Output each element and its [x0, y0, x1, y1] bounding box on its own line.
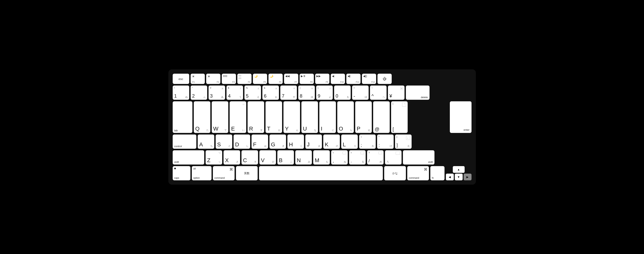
f6-icon: 🌙· [270, 74, 282, 78]
key-ro[interactable]: ろ [385, 150, 402, 165]
key-period[interactable]: > . る [349, 150, 366, 165]
key-g-kana: き [282, 144, 284, 148]
key-comma-kana: ね [344, 160, 346, 164]
key-arrow-left[interactable]: ◀ [446, 174, 454, 180]
key-h[interactable]: H く [288, 135, 304, 149]
key-w[interactable]: W て [212, 101, 228, 133]
key-f4[interactable]: ⁞⁞⁞⁞⁞⁞ F4 [237, 74, 252, 84]
key-i[interactable]: I に [319, 101, 336, 133]
key-m[interactable]: M も [313, 150, 330, 165]
key-f[interactable]: F は [252, 135, 268, 149]
key-f5[interactable]: 🌙· F5 [253, 74, 267, 84]
key-k[interactable]: K の [323, 135, 340, 149]
key-l[interactable]: L り [341, 135, 358, 149]
key-bracket-open[interactable]: { 「 [ [391, 101, 408, 133]
key-f6[interactable]: 🌙· F6 [268, 74, 283, 84]
key-c[interactable]: C そ [242, 150, 258, 165]
key-space[interactable] [259, 166, 383, 180]
key-bracket-open-dashed: 「 [402, 102, 406, 107]
key-f3[interactable]: ⊟⊟ F3 [222, 74, 236, 84]
key-j[interactable]: J ま [305, 135, 322, 149]
key-m-letter: M [315, 157, 319, 164]
f5-icon: 🌙· [254, 74, 266, 78]
key-kana[interactable]: かな [384, 166, 406, 180]
key-g[interactable]: G き [270, 135, 286, 149]
key-control[interactable]: control [173, 135, 196, 149]
key-semicolon[interactable]: + ; れ [359, 135, 376, 149]
key-1[interactable]: ! 1 ぬ [173, 85, 189, 100]
key-f10[interactable]: ◀ F10 [331, 74, 345, 84]
key-slash-main: / [368, 158, 370, 164]
key-bracket-close[interactable]: } 」 ] む [395, 135, 412, 149]
f2-icon: ☀ [207, 74, 219, 79]
key-e[interactable]: ぃ E い [230, 101, 246, 133]
key-f-kana: は [264, 144, 266, 148]
key-9[interactable]: ) ょ 9 よ [316, 85, 333, 100]
key-arrow-up[interactable]: ▲ [453, 166, 464, 173]
key-power[interactable]: ⏻ [378, 74, 392, 84]
key-period-dashed [360, 152, 364, 154]
f10-label: F10 [340, 81, 344, 83]
key-4[interactable]: $ ぅ 4 う [226, 85, 243, 100]
key-j-kana: ま [318, 144, 320, 148]
key-0[interactable]: 0 を [334, 85, 351, 100]
key-3[interactable]: # ぁ 3 あ [208, 85, 225, 100]
key-tab[interactable]: tab [173, 101, 192, 133]
key-arrow-down[interactable]: ▼ [455, 174, 463, 180]
esc-label: esc [178, 77, 183, 81]
key-command-left[interactable]: ⌘ command [213, 166, 234, 180]
key-t[interactable]: T か [266, 101, 282, 133]
key-eisuu[interactable]: 英数 [236, 166, 258, 180]
key-fn[interactable]: fn [430, 166, 444, 180]
key-x[interactable]: X さ [224, 150, 240, 165]
key-arrow-right[interactable]: ▶ [464, 174, 472, 180]
key-5-kana: え [257, 95, 260, 99]
key-b[interactable]: B こ [277, 150, 294, 165]
key-y[interactable]: Y ん [284, 101, 300, 133]
key-enter[interactable]: enter [450, 101, 472, 133]
key-yen[interactable]: ≡ ¥ [388, 85, 404, 100]
key-f1[interactable]: ☀ F1 [190, 74, 205, 84]
key-esc[interactable]: esc [173, 74, 189, 84]
key-delete[interactable]: delete [406, 85, 430, 100]
key-r[interactable]: R す [248, 101, 264, 133]
key-f2[interactable]: ☀ F2 [206, 74, 220, 84]
key-a-kana: ち [210, 144, 213, 148]
key-shift-right[interactable]: shift [403, 150, 434, 165]
key-minus[interactable]: = - ほ [352, 85, 368, 100]
key-7[interactable]: ' ゃ 7 や [280, 85, 297, 100]
key-p-letter: P [357, 125, 360, 132]
key-5[interactable]: % ぇ 5 え [244, 85, 261, 100]
key-alt-option[interactable]: alt option [192, 166, 212, 180]
key-2[interactable]: " 2 ふ [190, 85, 207, 100]
key-f7[interactable]: ◀◀ F7 [284, 74, 298, 84]
key-s[interactable]: S と [216, 135, 232, 149]
key-comma[interactable]: < , ね [331, 150, 348, 165]
key-at[interactable]: ` @ [373, 101, 390, 133]
key-c-kana: そ [254, 160, 256, 164]
key-7-kana-shift: ゃ [293, 87, 295, 90]
key-a[interactable]: A ち [198, 135, 214, 149]
key-f11[interactable]: ◀) F11 [346, 74, 360, 84]
key-f8[interactable]: ▶⏸ F8 [300, 74, 314, 84]
key-q[interactable]: Q た [194, 101, 210, 133]
key-p[interactable]: P せ [355, 101, 372, 133]
key-f9[interactable]: ▶▶ F9 [315, 74, 330, 84]
key-z[interactable]: つ Z っ [206, 150, 222, 165]
key-d[interactable]: D し [234, 135, 250, 149]
key-command-right[interactable]: ⌘ command [407, 166, 429, 180]
key-o[interactable]: O ら [337, 101, 354, 133]
key-n[interactable]: N み [295, 150, 312, 165]
key-shift-left[interactable]: shift [173, 150, 204, 165]
key-f12[interactable]: ◀)) F12 [362, 74, 376, 84]
key-caret[interactable]: ~ ^ へ [370, 85, 386, 100]
key-colon[interactable]: * : け [377, 135, 394, 149]
arrow-up-row: ▲ [446, 166, 472, 173]
key-caps[interactable]: caps [173, 166, 190, 180]
key-z-letter: Z [207, 157, 210, 164]
key-v[interactable]: V ひ [260, 150, 276, 165]
key-6[interactable]: & ぉ 6 お [262, 85, 279, 100]
key-u[interactable]: U な [302, 101, 318, 133]
key-slash[interactable]: ? / め [367, 150, 384, 165]
key-8[interactable]: ( ゅ 8 ゆ [298, 85, 315, 100]
